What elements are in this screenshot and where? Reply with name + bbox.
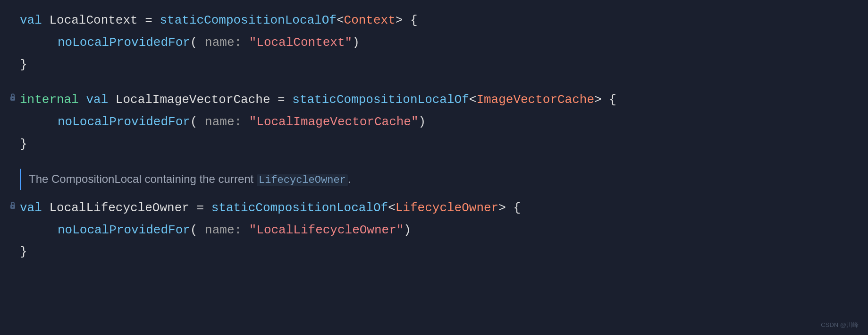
brace-open: { <box>506 197 521 219</box>
fn-static: staticCompositionLocalOf <box>160 9 336 32</box>
string-lifecycle: "LocalLifecycleOwner" <box>249 219 404 241</box>
type-imagevector: ImageVectorCache <box>476 89 594 111</box>
code-line: } <box>20 54 854 76</box>
keyword-val: val <box>79 89 116 111</box>
brace-close: } <box>20 54 27 76</box>
code-line: internal val LocalImageVectorCache = sta… <box>20 89 854 111</box>
fn-nolocal: noLocalProvidedFor <box>58 219 190 241</box>
angle-close: > <box>396 9 403 32</box>
code-container: val LocalContext = staticCompositionLoca… <box>0 0 868 335</box>
code-line: val LocalLifecycleOwner = staticComposit… <box>20 197 854 219</box>
fn-static: staticCompositionLocalOf <box>211 197 388 219</box>
paren-close: ) <box>352 32 360 54</box>
identifier: LocalContext <box>49 9 137 32</box>
string-localcontext: "LocalContext" <box>249 32 352 54</box>
keyword-val: val <box>20 197 49 219</box>
fn-nolocal: noLocalProvidedFor <box>58 111 190 133</box>
equals: = <box>270 89 293 111</box>
svg-point-1 <box>12 98 14 99</box>
code-line: } <box>20 241 854 263</box>
paren: ( <box>190 111 205 133</box>
angle-open: < <box>469 89 477 111</box>
angle-open: < <box>388 197 396 219</box>
code-block-2: internal val LocalImageVectorCache = sta… <box>9 89 854 155</box>
brace-close: } <box>20 241 27 263</box>
paren: ( <box>190 32 205 54</box>
type-lifecycle: LifecycleOwner <box>396 197 498 219</box>
code-line: val LocalContext = staticCompositionLoca… <box>20 9 854 32</box>
fn-nolocal: noLocalProvidedFor <box>58 32 190 54</box>
param-name: name: <box>205 111 249 133</box>
brace-open: { <box>602 89 616 111</box>
string-imagevector: "LocalImageVectorCache" <box>249 111 419 133</box>
code-line: } <box>20 133 854 155</box>
equals: = <box>189 197 211 219</box>
identifier-imagevector: LocalImageVectorCache <box>116 89 270 111</box>
keyword-val: val <box>20 9 49 32</box>
identifier-lifecycle: LocalLifecycleOwner <box>49 197 189 219</box>
paren-close: ) <box>419 111 426 133</box>
gutter-lock-icon-2 <box>9 201 16 212</box>
code-block-1: val LocalContext = staticCompositionLoca… <box>9 9 854 76</box>
watermark: CSDN @川峰 <box>821 321 859 329</box>
brace-close: } <box>20 133 27 155</box>
paren: ( <box>190 219 205 241</box>
comment-code-lifecycle: LifecycleOwner <box>257 174 348 186</box>
svg-point-3 <box>12 206 14 207</box>
brace-open: { <box>403 9 417 32</box>
param-name: name: <box>205 32 249 54</box>
param-name: name: <box>205 219 249 241</box>
code-line: noLocalProvidedFor( name: "LocalImageVec… <box>20 111 854 133</box>
code-block-3: val LocalLifecycleOwner = staticComposit… <box>9 197 854 263</box>
comment-text: The CompositionLocal containing the curr… <box>29 172 351 186</box>
angle-open: < <box>337 9 344 32</box>
keyword-internal: internal <box>20 89 79 111</box>
angle-close: > <box>594 89 602 111</box>
paren-close: ) <box>404 219 411 241</box>
comment-block: The CompositionLocal containing the curr… <box>20 169 854 190</box>
code-line: noLocalProvidedFor( name: "LocalLifecycl… <box>20 219 854 241</box>
equals: = <box>138 9 160 32</box>
fn-static: staticCompositionLocalOf <box>292 89 469 111</box>
angle-close: > <box>498 197 506 219</box>
code-line: noLocalProvidedFor( name: "LocalContext"… <box>20 32 854 54</box>
type-context: Context <box>344 9 396 32</box>
gutter-lock-icon <box>9 93 16 103</box>
